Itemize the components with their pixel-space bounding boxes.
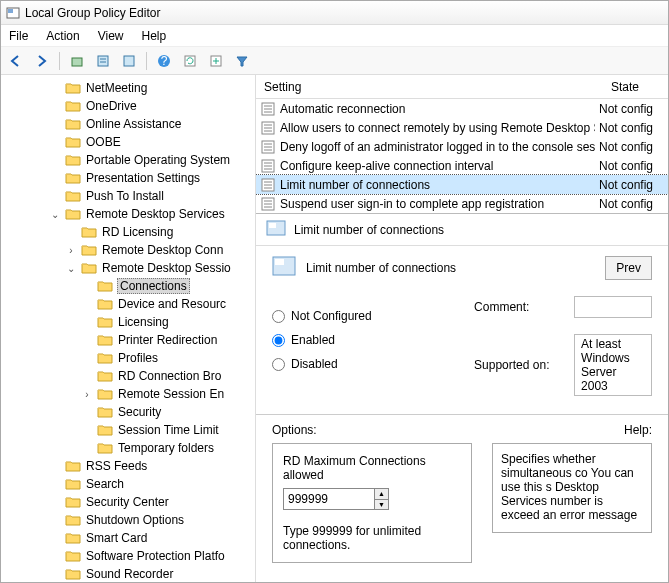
radio-enabled[interactable]: Enabled (272, 333, 456, 347)
tree-view[interactable]: NetMeetingOneDriveOnline AssistanceOOBEP… (1, 75, 256, 582)
settings-list[interactable]: Automatic reconnectionNot configAllow us… (256, 99, 668, 214)
options-panel: RD Maximum Connections allowed ▲▼ Type 9… (272, 443, 472, 563)
tree-item[interactable]: Connections (1, 277, 255, 295)
details-button[interactable] (92, 50, 114, 72)
preview-button[interactable]: Prev (605, 256, 652, 280)
setting-name: Deny logoff of an administrator logged i… (280, 140, 595, 154)
setting-row[interactable]: Deny logoff of an administrator logged i… (256, 137, 668, 156)
export-button[interactable] (205, 50, 227, 72)
expander-icon (49, 136, 61, 148)
expander-icon (49, 532, 61, 544)
setting-row[interactable]: Automatic reconnectionNot config (256, 99, 668, 118)
radio-disabled[interactable]: Disabled (272, 357, 456, 371)
tree-item[interactable]: Software Protection Platfo (1, 547, 255, 565)
tree-item[interactable]: Shutdown Options (1, 511, 255, 529)
tree-item[interactable]: ⌄Remote Desktop Sessio (1, 259, 255, 277)
folder-icon (65, 81, 81, 95)
tree-item[interactable]: NetMeeting (1, 79, 255, 97)
list-button[interactable] (118, 50, 140, 72)
forward-button[interactable] (31, 50, 53, 72)
tree-item[interactable]: Device and Resourc (1, 295, 255, 313)
max-connections-spinner[interactable]: ▲▼ (283, 488, 389, 510)
tree-item[interactable]: RD Connection Bro (1, 367, 255, 385)
setting-row[interactable]: Suspend user sign-in to complete app reg… (256, 194, 668, 213)
expander-icon (49, 460, 61, 472)
setting-row[interactable]: Configure keep-alive connection interval… (256, 156, 668, 175)
folder-icon (97, 423, 113, 437)
tree-item-label: Temporary folders (117, 441, 215, 455)
tree-item[interactable]: Temporary folders (1, 439, 255, 457)
policy-item-icon (260, 196, 276, 212)
tree-item[interactable]: Licensing (1, 313, 255, 331)
folder-icon (65, 189, 81, 203)
folder-icon (65, 207, 81, 221)
column-state[interactable]: State (603, 77, 668, 97)
tree-item[interactable]: Security (1, 403, 255, 421)
tree-item[interactable]: Profiles (1, 349, 255, 367)
folder-icon (81, 225, 97, 239)
tree-item[interactable]: ›Remote Session En (1, 385, 255, 403)
tree-item[interactable]: Presentation Settings (1, 169, 255, 187)
tree-item-label: RSS Feeds (85, 459, 148, 473)
tree-item[interactable]: Session Time Limit (1, 421, 255, 439)
folder-icon (65, 549, 81, 563)
folder-icon (65, 459, 81, 473)
tree-item[interactable]: ›Remote Desktop Conn (1, 241, 255, 259)
comment-field[interactable] (574, 296, 652, 318)
folder-icon (65, 171, 81, 185)
setting-state: Not config (599, 140, 664, 154)
max-connections-input[interactable] (284, 489, 374, 509)
folder-icon (97, 387, 113, 401)
spin-up-icon[interactable]: ▲ (375, 489, 388, 500)
radio-not-configured[interactable]: Not Configured (272, 309, 456, 323)
back-button[interactable] (5, 50, 27, 72)
tree-item[interactable]: RSS Feeds (1, 457, 255, 475)
help-button[interactable]: ? (153, 50, 175, 72)
menu-file[interactable]: File (9, 29, 28, 43)
tree-item[interactable]: Printer Redirection (1, 331, 255, 349)
expander-icon[interactable]: › (81, 388, 93, 400)
tree-item[interactable]: Push To Install (1, 187, 255, 205)
expander-icon (49, 550, 61, 562)
column-setting[interactable]: Setting (256, 77, 603, 97)
tree-item[interactable]: Smart Card (1, 529, 255, 547)
max-connections-label: RD Maximum Connections allowed (283, 454, 461, 482)
tree-item[interactable]: ⌄Remote Desktop Services (1, 205, 255, 223)
setting-state: Not config (599, 197, 664, 211)
tree-item-label: Remote Session En (117, 387, 225, 401)
tree-item[interactable]: OOBE (1, 133, 255, 151)
svg-rect-2 (72, 58, 82, 66)
expander-icon[interactable]: ⌄ (49, 208, 61, 220)
tree-item[interactable]: Portable Operating System (1, 151, 255, 169)
menu-help[interactable]: Help (142, 29, 167, 43)
detail-title-row: Limit number of connections (272, 256, 456, 279)
filter-button[interactable] (231, 50, 253, 72)
folder-icon (97, 315, 113, 329)
tree-item[interactable]: Security Center (1, 493, 255, 511)
setting-row[interactable]: Allow users to connect remotely by using… (256, 118, 668, 137)
refresh-button[interactable] (179, 50, 201, 72)
tree-item-label: Push To Install (85, 189, 165, 203)
spin-down-icon[interactable]: ▼ (375, 500, 388, 510)
tree-item[interactable]: Search (1, 475, 255, 493)
menu-view[interactable]: View (98, 29, 124, 43)
expander-icon (49, 190, 61, 202)
setting-name: Configure keep-alive connection interval (280, 159, 595, 173)
tree-item-label: Remote Desktop Sessio (101, 261, 232, 275)
tree-item[interactable]: OneDrive (1, 97, 255, 115)
folder-icon (97, 297, 113, 311)
tree-item-label: Connections (117, 278, 190, 294)
setting-row[interactable]: Limit number of connectionsNot config (256, 175, 668, 194)
tree-item-label: Shutdown Options (85, 513, 185, 527)
setting-state: Not config (599, 102, 664, 116)
up-button[interactable] (66, 50, 88, 72)
menu-action[interactable]: Action (46, 29, 79, 43)
tree-item[interactable]: RD Licensing (1, 223, 255, 241)
tree-item-label: Licensing (117, 315, 170, 329)
policy-item-icon (260, 139, 276, 155)
title-bar: Local Group Policy Editor (1, 1, 668, 25)
tree-item[interactable]: Sound Recorder (1, 565, 255, 582)
tree-item[interactable]: Online Assistance (1, 115, 255, 133)
expander-icon[interactable]: › (65, 244, 77, 256)
expander-icon[interactable]: ⌄ (65, 262, 77, 274)
